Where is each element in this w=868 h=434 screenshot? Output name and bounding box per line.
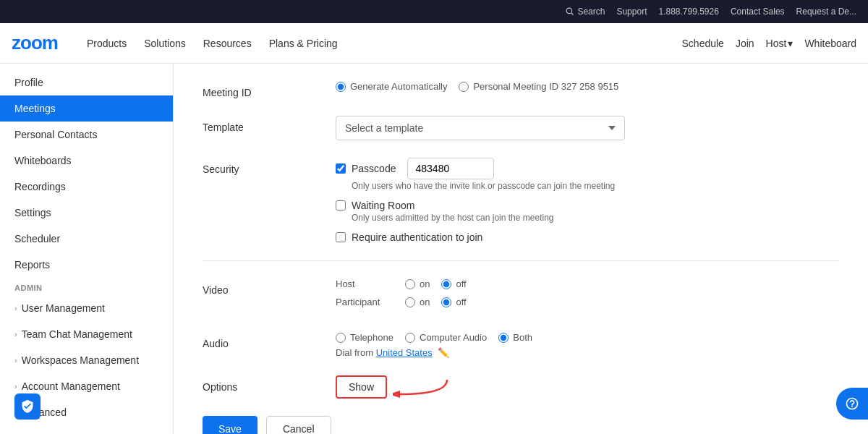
sidebar-item-user-management[interactable]: › User Management — [0, 295, 173, 321]
video-row: Video Host on off Participant — [203, 278, 839, 315]
telephone-option[interactable]: Telephone — [336, 332, 393, 343]
waiting-room-checkbox[interactable] — [336, 200, 346, 210]
search-button[interactable]: Search — [566, 7, 605, 17]
whiteboard-link[interactable]: Whiteboard — [804, 38, 856, 49]
svg-point-0 — [567, 8, 573, 14]
meeting-id-field: Generate Automatically Personal Meeting … — [336, 81, 839, 92]
sidebar-label-team-chat: Team Chat Management — [22, 328, 132, 340]
security-label: Security — [203, 158, 318, 175]
svg-line-1 — [571, 13, 574, 15]
video-field: Host on off Participant on — [336, 278, 839, 315]
sidebar-item-scheduler[interactable]: Scheduler — [0, 226, 173, 252]
host-on-radio[interactable] — [405, 279, 415, 289]
nav-right: Schedule Join Host ▾ Whiteboard — [682, 38, 856, 49]
nav-links: Products Solutions Resources Plans & Pri… — [87, 35, 665, 52]
join-link[interactable]: Join — [736, 38, 754, 49]
shield-badge[interactable] — [14, 393, 41, 420]
dial-from-row: Dial from United States ✏️ — [336, 347, 839, 358]
schedule-link[interactable]: Schedule — [682, 38, 724, 49]
nav-solutions[interactable]: Solutions — [144, 35, 186, 52]
host-button[interactable]: Host ▾ — [766, 38, 793, 49]
sidebar-label-scheduler: Scheduler — [14, 233, 60, 244]
telephone-label: Telephone — [350, 332, 393, 343]
nav-products[interactable]: Products — [87, 35, 127, 52]
personal-meeting-id-radio[interactable] — [459, 82, 469, 92]
telephone-radio[interactable] — [336, 333, 346, 343]
sidebar-item-workspaces[interactable]: › Workspaces Management — [0, 347, 173, 373]
sidebar-item-profile[interactable]: Profile — [0, 69, 173, 95]
waiting-room-label[interactable]: Waiting Room — [352, 200, 414, 211]
require-auth-checkbox[interactable] — [336, 232, 346, 242]
nav-resources[interactable]: Resources — [203, 35, 252, 52]
sidebar-label-settings: Settings — [14, 207, 51, 218]
computer-audio-label: Computer Audio — [420, 332, 487, 343]
sidebar-label-user-management: User Management — [22, 302, 105, 314]
host-off-label: off — [456, 278, 466, 289]
both-audio-option[interactable]: Both — [498, 332, 532, 343]
audio-field: Telephone Computer Audio Both Dial from … — [336, 332, 839, 358]
both-audio-radio[interactable] — [498, 333, 509, 343]
participant-on-option[interactable]: on — [405, 297, 430, 307]
host-off-option[interactable]: off — [441, 278, 466, 289]
sidebar-label-whiteboards: Whiteboards — [14, 155, 72, 166]
sidebar-label-recordings: Recordings — [14, 181, 66, 192]
request-demo-link[interactable]: Request a De... — [796, 7, 856, 17]
audio-label: Audio — [203, 332, 318, 349]
passcode-checkbox[interactable] — [336, 163, 346, 174]
cancel-button[interactable]: Cancel — [266, 416, 331, 434]
computer-audio-radio[interactable] — [405, 333, 415, 343]
section-divider — [203, 260, 839, 261]
generate-auto-radio[interactable] — [336, 82, 346, 92]
generate-auto-option[interactable]: Generate Automatically — [336, 81, 447, 92]
computer-audio-option[interactable]: Computer Audio — [405, 332, 487, 343]
security-row: Security Passcode Only users who have th… — [203, 158, 839, 243]
sidebar-label-account: Account Management — [22, 380, 120, 392]
template-row: Template Select a template — [203, 116, 839, 140]
show-button[interactable]: Show — [336, 375, 387, 399]
dial-from-country[interactable]: United States — [376, 347, 433, 358]
options-field: Show — [336, 375, 839, 399]
generate-auto-label: Generate Automatically — [350, 81, 447, 92]
help-bubble[interactable] — [836, 388, 868, 420]
options-label: Options — [203, 375, 318, 393]
waiting-room-section: Waiting Room Only users admitted by the … — [336, 200, 839, 223]
sidebar-item-meetings[interactable]: Meetings — [0, 95, 173, 122]
template-select[interactable]: Select a template — [336, 116, 625, 140]
main-content: Meeting ID Generate Automatically Person… — [174, 64, 868, 434]
logo[interactable]: zoom — [12, 32, 58, 54]
participant-video-row: Participant on off — [336, 297, 839, 307]
chevron-right-icon: › — [14, 356, 17, 365]
action-buttons: Save Cancel — [203, 416, 839, 434]
passcode-input[interactable] — [407, 158, 494, 179]
sidebar-item-settings[interactable]: Settings — [0, 200, 173, 226]
host-video-label: Host — [336, 278, 393, 289]
sidebar-label-profile: Profile — [14, 77, 43, 88]
sidebar-item-reports[interactable]: Reports — [0, 252, 173, 278]
support-link[interactable]: Support — [616, 7, 647, 17]
sidebar-item-whiteboards[interactable]: Whiteboards — [0, 148, 173, 174]
participant-off-option[interactable]: off — [441, 297, 466, 307]
top-bar: Search Support 1.888.799.5926 Contact Sa… — [0, 0, 868, 23]
contact-sales-link[interactable]: Contact Sales — [731, 7, 785, 17]
meeting-id-row: Meeting ID Generate Automatically Person… — [203, 81, 839, 98]
search-label: Search — [577, 7, 605, 17]
save-button[interactable]: Save — [203, 416, 258, 434]
options-row: Options Show — [203, 375, 839, 399]
participant-off-radio[interactable] — [441, 297, 451, 307]
personal-meeting-id-option[interactable]: Personal Meeting ID 327 258 9515 — [459, 81, 618, 92]
sidebar-item-recordings[interactable]: Recordings — [0, 174, 173, 200]
dial-from-label: Dial from — [336, 347, 373, 358]
audio-options: Telephone Computer Audio Both — [336, 332, 839, 343]
meeting-id-label: Meeting ID — [203, 81, 318, 98]
edit-dial-from-icon[interactable]: ✏️ — [438, 347, 449, 358]
main-nav: zoom Products Solutions Resources Plans … — [0, 23, 868, 64]
require-auth-label[interactable]: Require authentication to join — [352, 231, 482, 243]
host-off-radio[interactable] — [441, 279, 451, 289]
sidebar-label-reports: Reports — [14, 259, 50, 271]
sidebar-item-personal-contacts[interactable]: Personal Contacts — [0, 122, 173, 148]
host-on-option[interactable]: on — [405, 278, 430, 289]
nav-plans[interactable]: Plans & Pricing — [269, 35, 338, 52]
participant-on-radio[interactable] — [405, 297, 415, 307]
sidebar-item-team-chat[interactable]: › Team Chat Management — [0, 321, 173, 347]
passcode-label[interactable]: Passcode — [352, 163, 396, 174]
